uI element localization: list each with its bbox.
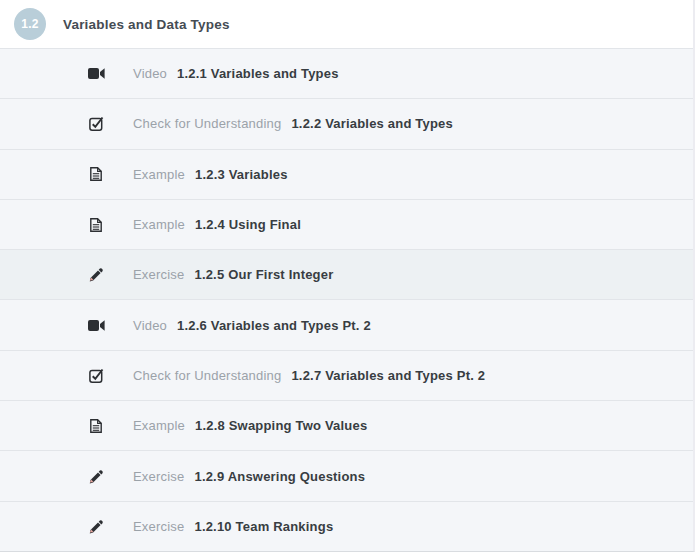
lesson-row[interactable]: Video 1.2.6 Variables and Types Pt. 2 — [0, 299, 693, 349]
pencil-icon — [86, 519, 106, 534]
lesson-row[interactable]: Video 1.2.1 Variables and Types — [0, 48, 693, 98]
document-icon — [86, 218, 106, 232]
lesson-title: 1.2.10 Team Rankings — [194, 519, 333, 534]
document-icon — [86, 419, 106, 433]
lesson-row[interactable]: Exercise 1.2.9 Answering Questions — [0, 450, 693, 500]
section-header: 1.2 Variables and Data Types — [0, 0, 693, 48]
video-icon — [86, 319, 106, 332]
section-number-badge: 1.2 — [14, 8, 46, 40]
pencil-icon — [86, 267, 106, 282]
lesson-title: 1.2.9 Answering Questions — [194, 469, 365, 484]
lesson-title: 1.2.8 Swapping Two Values — [195, 418, 367, 433]
lesson-type-label: Example — [133, 217, 185, 232]
lesson-row[interactable]: Exercise 1.2.5 Our First Integer — [0, 249, 693, 299]
video-icon — [86, 67, 106, 80]
lesson-type-label: Video — [133, 66, 167, 81]
pencil-icon — [86, 469, 106, 484]
lesson-row[interactable]: Example 1.2.8 Swapping Two Values — [0, 400, 693, 450]
lesson-title: 1.2.5 Our First Integer — [194, 267, 333, 282]
lesson-type-label: Example — [133, 167, 185, 182]
lesson-title: 1.2.3 Variables — [195, 167, 288, 182]
lesson-row[interactable]: Example 1.2.4 Using Final — [0, 199, 693, 249]
lesson-row[interactable]: Check for Understanding 1.2.2 Variables … — [0, 98, 693, 148]
curriculum-section-panel: 1.2 Variables and Data Types Video 1.2.1… — [0, 0, 695, 552]
lesson-row[interactable]: Example 1.2.3 Variables — [0, 149, 693, 199]
check-square-icon — [86, 116, 106, 131]
lesson-type-label: Exercise — [133, 519, 184, 534]
lesson-row[interactable]: Exercise 1.2.10 Team Rankings — [0, 501, 693, 551]
lesson-type-label: Example — [133, 418, 185, 433]
lesson-title: 1.2.4 Using Final — [195, 217, 301, 232]
lesson-type-label: Exercise — [133, 469, 184, 484]
lesson-type-label: Check for Understanding — [133, 116, 281, 131]
lesson-row[interactable]: Check for Understanding 1.2.7 Variables … — [0, 350, 693, 400]
lesson-list: Video 1.2.1 Variables and Types Check fo… — [0, 48, 693, 551]
lesson-type-label: Video — [133, 318, 167, 333]
section-title: Variables and Data Types — [63, 17, 230, 32]
lesson-type-label: Check for Understanding — [133, 368, 281, 383]
lesson-type-label: Exercise — [133, 267, 184, 282]
document-icon — [86, 167, 106, 181]
lesson-title: 1.2.1 Variables and Types — [177, 66, 339, 81]
lesson-title: 1.2.2 Variables and Types — [291, 116, 453, 131]
lesson-title: 1.2.6 Variables and Types Pt. 2 — [177, 318, 371, 333]
lesson-title: 1.2.7 Variables and Types Pt. 2 — [291, 368, 485, 383]
check-square-icon — [86, 368, 106, 383]
